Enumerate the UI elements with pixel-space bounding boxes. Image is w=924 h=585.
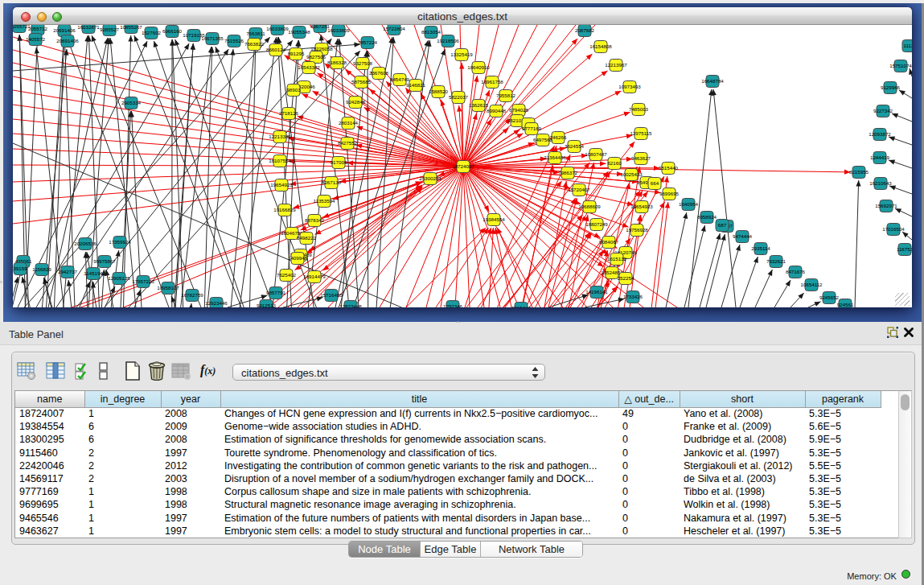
svg-text:16671355: 16671355	[201, 35, 224, 41]
svg-text:20691406: 20691406	[56, 38, 79, 43]
svg-text:15716485: 15716485	[320, 292, 343, 298]
svg-text:12823448: 12823448	[339, 303, 362, 307]
svg-text:15722804: 15722804	[383, 26, 405, 31]
svg-text:7955812: 7955812	[496, 93, 516, 98]
svg-text:7857224: 7857224	[358, 39, 378, 45]
svg-text:9463627: 9463627	[631, 155, 651, 161]
svg-text:9857791: 9857791	[266, 290, 286, 295]
svg-text:16782759: 16782759	[181, 292, 203, 298]
svg-text:8958924: 8958924	[697, 214, 717, 220]
svg-text:1733426: 1733426	[623, 294, 643, 299]
svg-text:252254: 252254	[618, 275, 634, 281]
svg-text:9827506: 9827506	[306, 54, 326, 60]
svg-text:15720407: 15720407	[568, 187, 590, 192]
svg-text:2718126: 2718126	[279, 110, 299, 116]
svg-text:12213967: 12213967	[605, 62, 627, 68]
svg-text:9777169: 9777169	[522, 126, 542, 131]
svg-text:9515440: 9515440	[511, 305, 532, 307]
svg-text:8813054: 8813054	[421, 29, 441, 35]
svg-text:20206536: 20206536	[74, 241, 97, 246]
svg-text:7632621: 7632621	[766, 258, 786, 264]
svg-text:16648784: 16648784	[701, 78, 724, 84]
svg-text:1156829: 1156829	[32, 266, 51, 272]
svg-text:19218506: 19218506	[437, 38, 459, 43]
svg-text:7625402: 7625402	[277, 272, 297, 278]
svg-text:7663822: 7663822	[244, 41, 265, 47]
svg-text:7485003: 7485003	[629, 106, 649, 112]
svg-text:9912513: 9912513	[257, 303, 277, 307]
svg-text:9474444: 9474444	[733, 233, 753, 239]
svg-text:16961758: 16961758	[481, 79, 503, 84]
svg-text:10807487: 10807487	[585, 151, 607, 157]
svg-text:2087682: 2087682	[575, 27, 595, 33]
svg-text:10025433: 10025433	[620, 171, 643, 177]
svg-text:1244419: 1244419	[870, 154, 890, 160]
svg-text:16033809: 16033809	[327, 27, 350, 33]
svg-text:6966160: 6966160	[162, 28, 183, 34]
svg-text:2935114: 2935114	[751, 245, 770, 251]
svg-text:12905135: 12905135	[108, 275, 130, 281]
svg-text:2905334: 2905334	[121, 100, 142, 105]
svg-text:62160: 62160	[607, 160, 622, 166]
svg-text:917006: 917006	[331, 159, 347, 165]
svg-text:8660124: 8660124	[266, 47, 286, 52]
svg-text:9245652: 9245652	[819, 295, 840, 300]
svg-text:16032871: 16032871	[77, 25, 100, 30]
svg-text:8878342: 8878342	[305, 217, 325, 223]
svg-text:5498222: 5498222	[297, 235, 317, 241]
svg-text:8186328: 8186328	[327, 60, 347, 65]
svg-text:16154808: 16154808	[589, 43, 612, 49]
svg-text:687: 687	[718, 222, 727, 228]
svg-text:8215955: 8215955	[849, 169, 869, 175]
svg-text:9285527: 9285527	[100, 27, 120, 32]
svg-text:12975115: 12975115	[630, 130, 652, 136]
svg-text:16210643: 16210643	[869, 180, 892, 186]
svg-text:664: 664	[651, 180, 659, 186]
svg-text:6794028: 6794028	[509, 107, 529, 113]
svg-text:9515440: 9515440	[659, 165, 679, 171]
svg-text:10973493: 10973493	[618, 84, 641, 89]
svg-text:10958107: 10958107	[157, 285, 179, 290]
svg-text:2055712: 2055712	[28, 26, 48, 31]
svg-text:18807249: 18807249	[585, 221, 608, 227]
svg-text:1588520: 1588520	[429, 89, 449, 94]
svg-text:98903: 98903	[286, 87, 301, 93]
svg-text:9327508: 9327508	[353, 60, 373, 66]
svg-text:1409948: 1409948	[288, 255, 308, 261]
svg-text:2367608: 2367608	[369, 70, 389, 76]
svg-text:1362615: 1362615	[469, 102, 489, 108]
svg-text:8427552: 8427552	[338, 140, 358, 146]
svg-text:2803144: 2803144	[339, 120, 359, 126]
svg-text:18640910: 18640910	[467, 64, 490, 70]
svg-text:8471676: 8471676	[786, 269, 806, 274]
svg-text:9084067: 9084067	[599, 239, 619, 245]
svg-text:12923446: 12923446	[205, 300, 228, 306]
svg-text:19756928: 19756928	[626, 227, 648, 233]
svg-text:25300293: 25300293	[419, 175, 441, 181]
svg-text:11353594: 11353594	[313, 198, 335, 204]
svg-text:7986372: 7986372	[558, 170, 578, 175]
svg-text:18724007: 18724007	[452, 163, 474, 169]
svg-text:1615132: 1615132	[607, 256, 627, 262]
svg-text:5822037: 5822037	[449, 94, 469, 100]
svg-text:1640954: 1640954	[679, 201, 699, 207]
svg-text:1527602: 1527602	[142, 30, 162, 35]
svg-text:6497568: 6497568	[533, 137, 553, 142]
svg-text:16107554: 16107554	[269, 158, 291, 163]
svg-text:21364436: 21364436	[544, 154, 566, 160]
svg-text:10688609: 10688609	[578, 204, 601, 209]
svg-text:99975867: 99975867	[93, 258, 116, 264]
svg-text:19384554: 19384554	[483, 216, 505, 222]
svg-text:10855267: 10855267	[120, 25, 142, 30]
svg-text:3624554: 3624554	[565, 143, 585, 149]
svg-text:1405572: 1405572	[26, 36, 46, 42]
svg-text:2942737: 2942737	[58, 269, 78, 274]
svg-text:9146821: 9146821	[406, 82, 426, 88]
svg-text:15751074: 15751074	[889, 63, 912, 68]
svg-text:7515526: 7515526	[224, 38, 244, 43]
svg-text:12213389: 12213389	[269, 134, 291, 139]
svg-text:17016504: 17016504	[882, 226, 905, 232]
svg-text:7663811: 7663811	[246, 31, 265, 36]
svg-text:15692971: 15692971	[875, 203, 897, 208]
svg-text:1292346: 1292346	[443, 303, 463, 307]
